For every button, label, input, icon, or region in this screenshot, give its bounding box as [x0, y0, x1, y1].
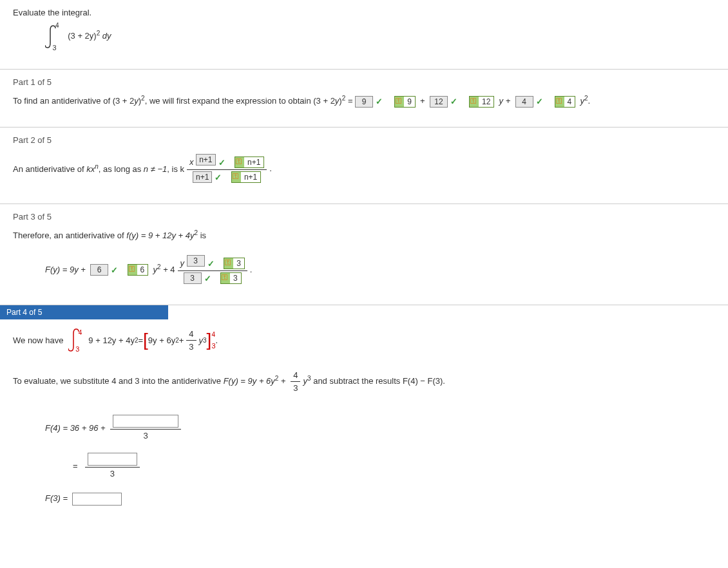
equals: =: [73, 461, 78, 471]
check-icon: ✓: [450, 97, 457, 106]
key-icon: [470, 97, 479, 107]
answer-box-1[interactable]: 9: [355, 96, 373, 108]
part4-line1: We now have 43 9 + 12y + 4y2 = [9y + 6y2…: [13, 327, 715, 353]
frac-num: 4: [291, 369, 300, 382]
right-bracket-icon: ]: [207, 330, 212, 350]
key-icon: [555, 97, 564, 107]
part3-line2: F(y) = 9y + 6✓ 6 y2 + 4 y 3✓ 3 3✓ 3 .: [45, 254, 715, 286]
answer-box-coef[interactable]: 6: [90, 264, 108, 276]
key-val: n+1: [241, 172, 260, 182]
Fy-label: F(y) = 9y +: [45, 265, 86, 274]
left-bracket-icon: [: [143, 330, 148, 350]
key-answer-3: 4: [555, 96, 576, 108]
F4-label: F(4) = 36 + 96 +: [45, 423, 106, 433]
is-k: , is k: [167, 164, 184, 174]
key-icon: [395, 97, 404, 107]
part1-text-b: , we will first expand the expression to…: [145, 96, 335, 106]
part3-title: Part 3 of 5: [13, 212, 715, 222]
key-answer-1: 9: [394, 96, 416, 108]
part4-line2: To evaluate, we substitute 4 and 3 into …: [13, 369, 715, 394]
integrand-base: (3 + 2y): [68, 31, 96, 41]
part1-title: Part 1 of 5: [13, 77, 715, 87]
key-icon: [232, 172, 241, 182]
eval-text-a: To evaluate, we substitute 4 and 3 into …: [13, 376, 224, 386]
check-icon: ✓: [376, 97, 383, 106]
part4-title: Part 4 of 5: [0, 305, 168, 319]
check-icon: ✓: [218, 158, 225, 167]
key-icon: [224, 258, 233, 269]
key-answer-2: 12: [469, 96, 494, 108]
answer-box-exp[interactable]: 3: [187, 255, 205, 267]
F4-numerator-input[interactable]: [113, 415, 178, 428]
check-icon: ✓: [215, 173, 222, 182]
F4-result-input[interactable]: [88, 453, 137, 466]
fy-expr: f(y) = 9 + 12y + 4y: [126, 231, 194, 241]
key-answer-exp: 3: [224, 258, 245, 269]
key-val: 12: [479, 97, 493, 107]
power-rule-fraction: x n+1✓ n+1 n+1✓ n+1: [187, 153, 267, 185]
equals: =: [138, 336, 143, 345]
y-cubed-fraction: y 3✓ 3 3✓ 3: [178, 254, 247, 286]
y-var: y: [180, 258, 185, 268]
frac-den: 3: [291, 382, 300, 394]
int-upper: 4: [79, 329, 82, 336]
part1-text-a: To find an antiderivative of (3 + 2: [13, 96, 134, 106]
key-icon: [221, 273, 230, 283]
key-answer-den: n+1: [231, 171, 261, 183]
y-var: y: [335, 96, 340, 106]
integral-expression: 43 (3 + 2y)2 dy: [45, 24, 715, 50]
key-val: 3: [230, 273, 241, 283]
part2-title: Part 2 of 5: [13, 135, 715, 145]
key-answer-den: 3: [220, 272, 242, 284]
F4-den: 3: [110, 430, 181, 442]
frac-den: 3: [186, 341, 196, 353]
F3-input[interactable]: [72, 493, 122, 506]
key-icon: [128, 265, 137, 275]
instruction-text: Evaluate the integral.: [13, 8, 715, 17]
F4-result-frac: 3: [85, 451, 140, 480]
F4-input-frac: 3: [110, 413, 181, 442]
four-thirds-frac: 43: [291, 369, 300, 394]
part2-section: Part 2 of 5 An antiderivative of kxn, as…: [0, 128, 728, 205]
key-val: 3: [233, 258, 244, 269]
int-lower: 3: [75, 345, 79, 353]
plus: +: [420, 96, 425, 106]
answer-box-exp-top[interactable]: n+1: [196, 154, 215, 166]
is-text: is: [198, 231, 206, 241]
part2-text-a: An antiderivative of: [13, 164, 86, 174]
eval-text-b: and subtract the results F(4) − F(3).: [311, 376, 445, 386]
y-plus: y +: [499, 96, 511, 106]
intro-section: Evaluate the integral. 43 (3 + 2y)2 dy: [0, 0, 728, 70]
key-val: 6: [137, 265, 148, 275]
bracket-upper: 4: [211, 331, 215, 338]
bracket-lower: 3: [211, 341, 215, 349]
plus-4: + 4: [161, 265, 175, 274]
part1-section: Part 1 of 5 To find an antiderivative of…: [0, 70, 728, 128]
F4-eq-row: = 3: [73, 451, 715, 480]
integrand: 9 + 12y + 4y: [88, 336, 135, 345]
part3-section: Part 3 of 5 Therefore, an antiderivative…: [0, 204, 728, 305]
F4-row: F(4) = 36 + 96 + 3: [45, 413, 715, 442]
key-icon: [235, 157, 244, 167]
bracket-expr: 9y + 6y: [148, 336, 175, 345]
check-icon: ✓: [204, 274, 211, 283]
answer-box-3[interactable]: 4: [515, 96, 533, 108]
answer-box-2[interactable]: 12: [430, 96, 448, 108]
plus: +: [278, 376, 288, 386]
frac-num: 4: [186, 328, 196, 341]
x-var: x: [189, 157, 194, 167]
integral-lower-limit: 3: [53, 44, 57, 52]
F3-row: F(3) =: [45, 493, 715, 506]
answer-box-den[interactable]: n+1: [193, 171, 212, 183]
F3-label: F(3) =: [45, 494, 68, 504]
part2-content: An antiderivative of kxn, as long as n ≠…: [13, 153, 715, 185]
four-thirds-frac: 43: [186, 328, 196, 353]
key-val: 9: [404, 97, 415, 107]
part1-content: To find an antiderivative of (3 + 2y)2, …: [13, 95, 715, 108]
answer-box-den[interactable]: 3: [184, 272, 202, 284]
key-answer-coef: 6: [128, 264, 149, 276]
check-icon: ✓: [207, 259, 215, 269]
check-icon: ✓: [536, 97, 543, 106]
differential: dy: [102, 31, 111, 41]
equals: =: [345, 96, 355, 106]
